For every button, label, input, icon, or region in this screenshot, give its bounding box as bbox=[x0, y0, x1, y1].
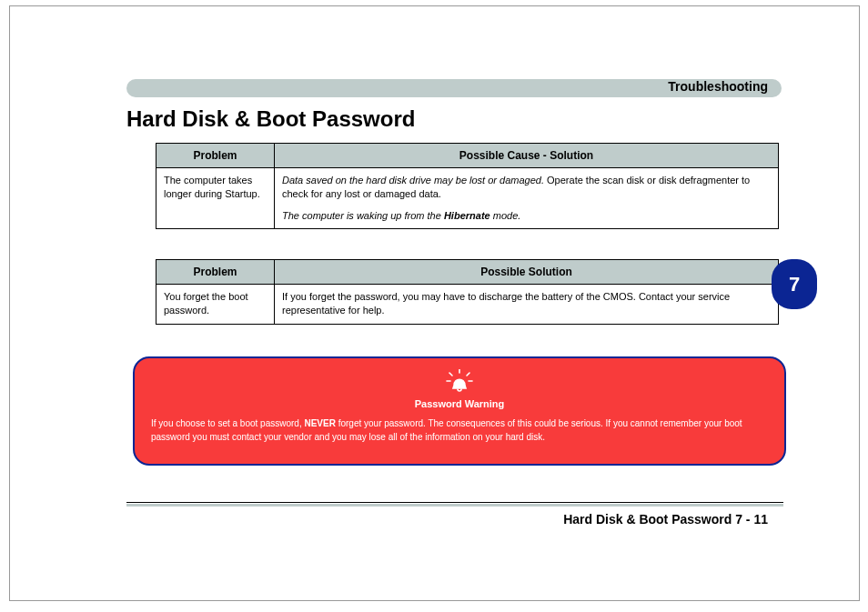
alert-bell-icon bbox=[446, 369, 473, 393]
table-row: You forget the boot password. If you for… bbox=[156, 285, 779, 325]
cause-italic: Data saved on the hard disk drive may be… bbox=[282, 175, 544, 186]
section-heading: Troubleshooting bbox=[668, 79, 768, 94]
password-warning-box: Password Warning If you choose to set a … bbox=[133, 356, 786, 466]
warning-body-prefix: If you choose to set a boot password, bbox=[151, 418, 304, 428]
col-header-problem: Problem bbox=[156, 144, 275, 168]
cause2-suffix: mode. bbox=[490, 210, 521, 221]
chapter-number: 7 bbox=[789, 273, 800, 296]
footer-text: Hard Disk & Boot Password 7 - 11 bbox=[563, 512, 768, 527]
chapter-tab: 7 bbox=[772, 259, 817, 309]
col-header-solution: Possible Solution bbox=[275, 260, 779, 285]
table-row: The computer takes longer during Startup… bbox=[156, 168, 779, 229]
hard-disk-table: Problem Possible Cause - Solution The co… bbox=[156, 143, 779, 229]
footer-rule bbox=[126, 502, 783, 506]
problem-cell: The computer takes longer during Startup… bbox=[156, 168, 275, 229]
problem-cell: You forget the boot password. bbox=[156, 285, 275, 325]
cause2-prefix: The computer is waking up from the bbox=[282, 210, 444, 221]
boot-password-table: Problem Possible Solution You forget the… bbox=[156, 259, 779, 325]
col-header-problem: Problem bbox=[156, 260, 275, 285]
svg-line-1 bbox=[449, 373, 452, 376]
page-frame: Troubleshooting Hard Disk & Boot Passwor… bbox=[9, 5, 860, 601]
svg-line-2 bbox=[467, 373, 469, 376]
solution-cell: If you forget the password, you may have… bbox=[275, 285, 779, 325]
page-title: Hard Disk & Boot Password bbox=[126, 106, 415, 132]
col-header-cause-solution: Possible Cause - Solution bbox=[275, 144, 779, 168]
solution-cell: Data saved on the hard disk drive may be… bbox=[275, 168, 779, 229]
cause2-bold: Hibernate bbox=[444, 210, 490, 221]
warning-title: Password Warning bbox=[151, 398, 768, 409]
warning-body-bold: NEVER bbox=[304, 418, 335, 428]
warning-body: If you choose to set a boot password, NE… bbox=[151, 416, 768, 444]
